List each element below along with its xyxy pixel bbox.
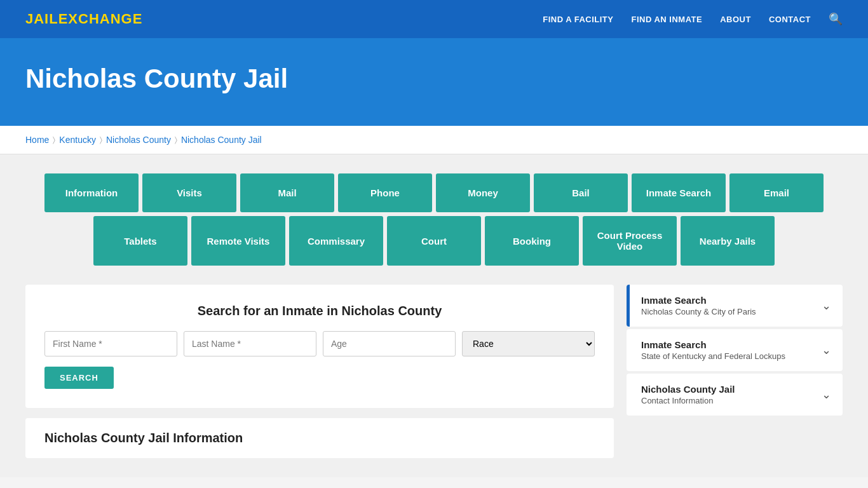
navbar: JAILEXCHANGE FIND A FACILITY FIND AN INM… <box>0 0 868 38</box>
site-logo[interactable]: JAILEXCHANGE <box>25 11 142 27</box>
sidebar-card-1-sub-label: Nicholas County & City of Paris <box>641 307 756 316</box>
sidebar-card-2-title: Inmate Search State of Kentucky and Fede… <box>641 339 785 361</box>
logo-jail: JAIL <box>25 11 58 27</box>
jail-info-section: Nicholas County Jail Information <box>25 418 614 458</box>
btn-bail[interactable]: Bail <box>534 173 628 212</box>
logo-exchange: EXCHANGE <box>58 11 143 27</box>
btn-remote-visits[interactable]: Remote Visits <box>191 216 285 266</box>
page-title: Nicholas County Jail <box>25 64 843 94</box>
breadcrumb-sep-2: 〉 <box>100 135 102 144</box>
btn-mail[interactable]: Mail <box>240 173 334 212</box>
sidebar-card-2-sub-label: State of Kentucky and Federal Lockups <box>641 351 785 361</box>
btn-email[interactable]: Email <box>729 173 824 212</box>
btn-tablets[interactable]: Tablets <box>93 216 187 266</box>
first-name-input[interactable] <box>44 331 177 356</box>
navbar-links: FIND A FACILITY FIND AN INMATE ABOUT CON… <box>543 12 843 26</box>
breadcrumb-home[interactable]: Home <box>25 135 49 145</box>
search-box-title: Search for an Inmate in Nicholas County <box>44 304 595 318</box>
main-area: Information Visits Mail Phone Money Bail… <box>0 154 868 477</box>
nav-about[interactable]: ABOUT <box>720 15 751 24</box>
btn-visits[interactable]: Visits <box>142 173 236 212</box>
nav-contact[interactable]: CONTACT <box>769 15 811 24</box>
sidebar-card-1-title: Inmate Search Nicholas County & City of … <box>641 295 756 316</box>
sidebar-card-3-top-label: Nicholas County Jail <box>641 384 735 395</box>
jail-info-title: Nicholas County Jail Information <box>44 431 595 445</box>
sidebar-card-1[interactable]: Inmate Search Nicholas County & City of … <box>627 285 843 327</box>
search-icon[interactable]: 🔍 <box>829 12 843 26</box>
inmate-search-box: Search for an Inmate in Nicholas County … <box>25 285 614 408</box>
feature-button-grid: Information Visits Mail Phone Money Bail… <box>25 173 843 266</box>
btn-information[interactable]: Information <box>44 173 139 212</box>
sidebar-card-3-sub-label: Contact Information <box>641 396 735 405</box>
nav-find-inmate[interactable]: FIND AN INMATE <box>631 15 702 24</box>
search-submit-button[interactable]: SEARCH <box>44 367 114 389</box>
sidebar-card-2[interactable]: Inmate Search State of Kentucky and Fede… <box>627 329 843 371</box>
sidebar-card-1-header[interactable]: Inmate Search Nicholas County & City of … <box>630 285 843 327</box>
breadcrumb-sep-3: 〉 <box>175 135 177 144</box>
breadcrumb-nicholas-county[interactable]: Nicholas County <box>106 135 171 145</box>
bottom-layout: Search for an Inmate in Nicholas County … <box>25 285 843 458</box>
sidebar: Inmate Search Nicholas County & City of … <box>627 285 843 418</box>
btn-money[interactable]: Money <box>436 173 530 212</box>
btn-booking[interactable]: Booking <box>485 216 579 266</box>
sidebar-card-1-top-label: Inmate Search <box>641 295 756 306</box>
sidebar-card-3[interactable]: Nicholas County Jail Contact Information… <box>627 374 843 416</box>
left-column: Search for an Inmate in Nicholas County … <box>25 285 614 458</box>
breadcrumb-kentucky[interactable]: Kentucky <box>59 135 96 145</box>
age-input[interactable] <box>323 331 456 356</box>
breadcrumb: Home 〉 Kentucky 〉 Nicholas County 〉 Nich… <box>25 135 843 145</box>
chevron-down-icon-3: ⌄ <box>822 388 831 402</box>
nav-find-facility[interactable]: FIND A FACILITY <box>543 15 613 24</box>
search-fields: Race White Black Hispanic Asian Other <box>44 331 595 356</box>
sidebar-card-3-header[interactable]: Nicholas County Jail Contact Information… <box>630 374 843 416</box>
last-name-input[interactable] <box>184 331 316 356</box>
hero-section: Nicholas County Jail <box>0 38 868 126</box>
breadcrumb-sep-1: 〉 <box>53 135 55 144</box>
btn-court-process-video[interactable]: Court Process Video <box>583 216 677 266</box>
btn-inmate-search[interactable]: Inmate Search <box>632 173 726 212</box>
btn-commissary[interactable]: Commissary <box>289 216 383 266</box>
btn-phone[interactable]: Phone <box>338 173 432 212</box>
breadcrumb-bar: Home 〉 Kentucky 〉 Nicholas County 〉 Nich… <box>0 126 868 154</box>
race-select[interactable]: Race White Black Hispanic Asian Other <box>462 331 595 356</box>
sidebar-card-3-title: Nicholas County Jail Contact Information <box>641 384 735 405</box>
sidebar-card-2-header[interactable]: Inmate Search State of Kentucky and Fede… <box>630 329 843 371</box>
chevron-down-icon-2: ⌄ <box>822 343 831 357</box>
chevron-down-icon-1: ⌄ <box>822 299 831 313</box>
btn-nearby-jails[interactable]: Nearby Jails <box>681 216 775 266</box>
sidebar-card-2-top-label: Inmate Search <box>641 339 785 350</box>
btn-court[interactable]: Court <box>387 216 481 266</box>
breadcrumb-current: Nicholas County Jail <box>181 135 262 145</box>
